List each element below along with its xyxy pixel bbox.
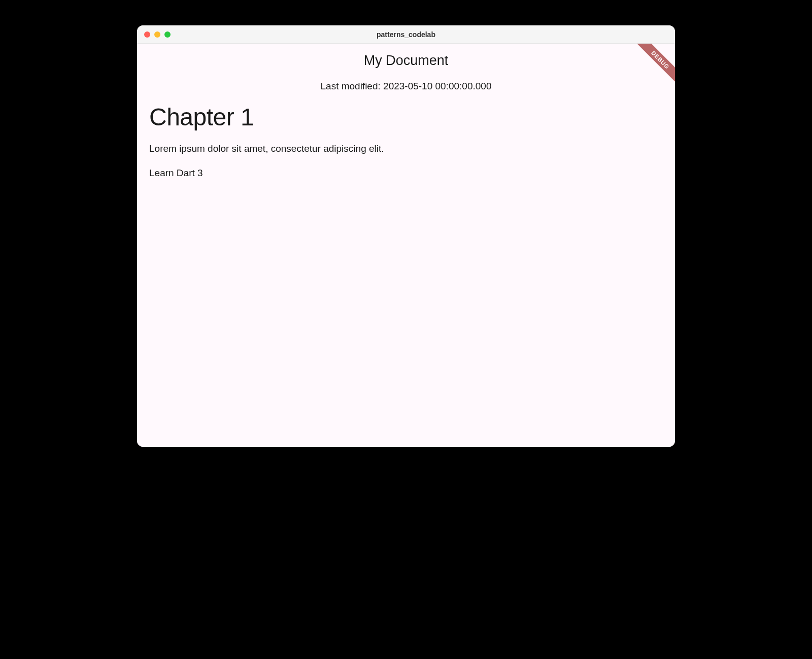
app-content: DEBUG My Document Last modified: 2023-05…	[137, 44, 675, 447]
traffic-lights	[137, 31, 171, 38]
document-body: Chapter 1 Lorem ipsum dolor sit amet, co…	[137, 92, 675, 179]
window-title: patterns_codelab	[377, 30, 435, 39]
document-title: My Document	[137, 53, 675, 69]
minimize-button[interactable]	[154, 31, 160, 38]
list-item: Learn Dart 3	[149, 168, 663, 179]
close-button[interactable]	[144, 31, 150, 38]
maximize-button[interactable]	[164, 31, 171, 38]
chapter-heading: Chapter 1	[149, 103, 663, 131]
paragraph-text: Lorem ipsum dolor sit amet, consectetur …	[149, 143, 663, 154]
document-header: My Document Last modified: 2023-05-10 00…	[137, 44, 675, 92]
title-bar: patterns_codelab	[137, 25, 675, 44]
last-modified-text: Last modified: 2023-05-10 00:00:00.000	[137, 81, 675, 92]
app-window: patterns_codelab DEBUG My Document Last …	[137, 25, 675, 447]
